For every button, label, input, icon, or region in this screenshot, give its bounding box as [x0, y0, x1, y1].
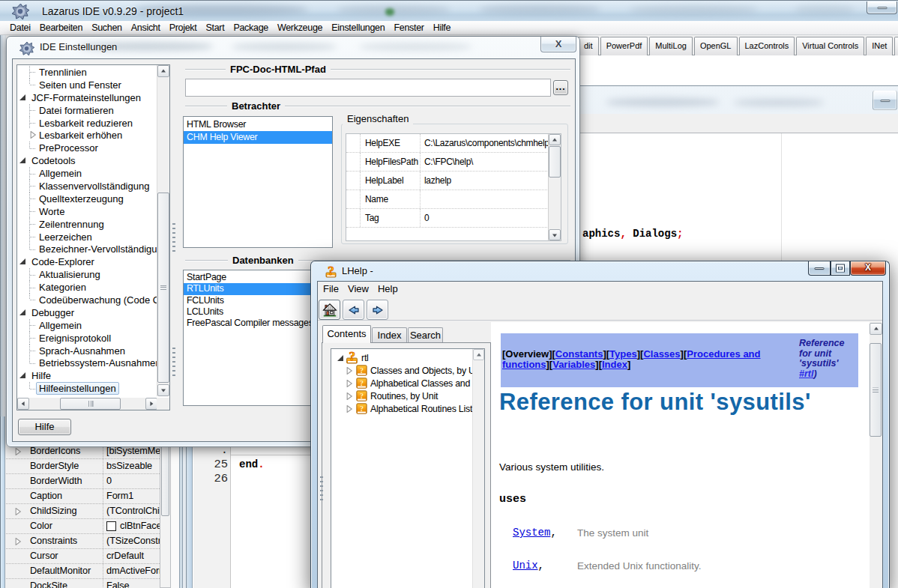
tree-item-marker[interactable]	[29, 218, 36, 231]
palette-tab[interactable]: LazControls	[739, 37, 795, 55]
tree-item[interactable]: Klassenvervollständigung	[17, 180, 158, 193]
menu-item[interactable]: Werkzeuge	[273, 21, 327, 34]
tree-scrollbar[interactable]	[472, 349, 484, 588]
tree-item[interactable]: PreProcessor	[17, 142, 158, 154]
tree-item[interactable]: ? Routines, by Unit	[331, 390, 484, 402]
property-row[interactable]: Constraints (TSizeConstra	[6, 534, 160, 549]
color-swatch[interactable]	[106, 521, 116, 531]
menu-item[interactable]: Ansicht	[127, 21, 165, 34]
tree-item-marker[interactable]	[29, 294, 36, 306]
tree-item-label[interactable]: Kategorien	[36, 281, 89, 294]
tree-item-label[interactable]: Alphabetical Routines List	[370, 404, 472, 414]
menu-item[interactable]: Help	[373, 282, 403, 297]
tree-item-marker[interactable]	[29, 129, 36, 142]
tree-item[interactable]: Seiten und Fenster	[17, 79, 158, 91]
property-value[interactable]	[421, 190, 561, 208]
tree-item-marker[interactable]	[29, 243, 36, 255]
tree-item-marker[interactable]	[29, 167, 36, 180]
main-minimize-button[interactable]	[867, 1, 897, 14]
content-scrollbar[interactable]	[870, 322, 882, 588]
tree-item[interactable]: Code-Explorer	[17, 255, 158, 268]
property-row[interactable]: Cursor crDefault	[6, 549, 160, 564]
tree-item-marker[interactable]	[29, 382, 36, 395]
tree-item-label[interactable]: Klassenvervollständigung	[36, 180, 152, 193]
tree-item[interactable]: Bezeichner-Vervollständigung	[17, 243, 158, 255]
tree-item-label[interactable]: JCF-Formateinstellungen	[28, 91, 144, 104]
lhelp-splitter[interactable]	[320, 476, 323, 500]
unit-link[interactable]: System	[513, 527, 550, 539]
property-name[interactable]: DefaultMonitor	[28, 564, 103, 578]
scroll-up-button[interactable]	[473, 349, 484, 360]
property-value[interactable]: Form1	[103, 489, 160, 503]
tree-item[interactable]: Kategorien	[17, 281, 158, 294]
tree-item-label[interactable]: Quelltexterzeugung	[36, 193, 127, 205]
tree-item-marker[interactable]	[29, 142, 36, 154]
tab-contents[interactable]: Contents	[322, 325, 371, 343]
scroll-down-button[interactable]	[549, 229, 561, 240]
tree-item[interactable]: Betriebssystem-Ausnahmen	[17, 357, 158, 369]
tree-horizontal-scrollbar[interactable]	[17, 398, 157, 410]
viewer-properties-grid[interactable]: HelpEXE C:\Lazarus\components\chmhelp He…	[346, 133, 561, 241]
palette-tab[interactable]: PowerPdf	[600, 37, 648, 55]
scroll-right-button[interactable]	[145, 398, 157, 410]
property-name[interactable]: Constraints	[28, 534, 103, 548]
tree-item-label[interactable]: Seiten und Fenster	[36, 79, 124, 91]
rtl-link[interactable]: #rtl	[799, 369, 813, 379]
scroll-down-button[interactable]	[157, 384, 169, 396]
tree-item-marker[interactable]	[29, 357, 36, 369]
tree-item-marker[interactable]	[29, 319, 36, 332]
nav-link[interactable]: Types	[609, 348, 637, 360]
tree-item-marker[interactable]	[29, 332, 36, 345]
property-value[interactable]: crDefault	[103, 549, 160, 563]
property-expander[interactable]	[6, 534, 28, 548]
tree-item[interactable]: Lesbarkeit erhöhen	[17, 129, 158, 142]
tree-item[interactable]: ? Classes and Objects, by Unit	[331, 364, 484, 377]
settings-category-tree[interactable]: Trennlinien Seiten und Fenster	[16, 64, 170, 410]
tree-item-marker[interactable]	[29, 104, 36, 117]
properties-scrollbar[interactable]	[548, 134, 561, 240]
tree-item[interactable]: Lesbarkeit reduzieren	[17, 117, 158, 130]
tree-item-label[interactable]: Lesbarkeit erhöhen	[36, 129, 125, 142]
nav-link[interactable]: Classes	[643, 348, 680, 360]
tree-item-label[interactable]: Debugger	[28, 306, 77, 319]
scrollbar-thumb[interactable]	[157, 193, 169, 383]
tree-item[interactable]: Worte	[17, 205, 158, 218]
tree-item-marker[interactable]	[29, 117, 36, 130]
tree-item-label[interactable]: Aktualisierung	[36, 268, 103, 281]
property-expander[interactable]	[6, 504, 28, 518]
menu-item[interactable]: Fenster	[389, 21, 428, 34]
property-row[interactable]: Color clBtnFace	[6, 519, 160, 534]
tree-item-marker[interactable]	[19, 255, 28, 268]
tree-item[interactable]: Allgemein	[17, 167, 158, 180]
tree-item-label[interactable]: Trennlinien	[36, 66, 90, 79]
tree-item-label[interactable]: Routines, by Unit	[370, 391, 438, 401]
tree-item-marker[interactable]	[29, 281, 36, 294]
property-name[interactable]: HelpEXE	[361, 134, 421, 152]
tree-item[interactable]: Hilfe	[17, 369, 158, 382]
property-row[interactable]: BorderStyle bsSizeable	[6, 459, 160, 474]
tree-vertical-scrollbar[interactable]	[157, 65, 169, 396]
scroll-up-button[interactable]	[870, 323, 882, 335]
property-name[interactable]: Caption	[28, 489, 103, 503]
property-name[interactable]: Tag	[361, 209, 421, 227]
scrollbar-thumb[interactable]	[870, 343, 882, 437]
browse-button[interactable]: ...	[553, 80, 568, 95]
tree-item-label[interactable]: Ereignisprotokoll	[36, 332, 114, 345]
tree-item[interactable]: Leerzeichen	[17, 231, 158, 243]
property-value[interactable]: dmActiveForm	[103, 564, 160, 578]
lhelp-close-button[interactable]: X	[850, 261, 886, 276]
property-name[interactable]: ChildSizing	[28, 504, 103, 518]
property-value[interactable]: clBtnFace	[103, 519, 160, 533]
help-button[interactable]: Hilfe	[18, 419, 71, 435]
fpc-doc-html-path-input[interactable]	[185, 79, 551, 97]
property-row[interactable]: Caption Form1	[6, 489, 160, 504]
palette-tab[interactable]: f	[894, 37, 898, 55]
forward-button[interactable]	[367, 300, 388, 320]
tree-item-marker[interactable]	[29, 180, 36, 193]
property-value[interactable]: 0	[421, 209, 561, 227]
tree-item[interactable]: Zeilentrennung	[17, 218, 158, 231]
tree-item-marker[interactable]	[29, 79, 36, 91]
tree-item[interactable]: Codeüberwachung (Code Observer)	[17, 294, 158, 306]
tree-item-marker[interactable]	[29, 193, 36, 205]
tree-item-label[interactable]: Classes and Objects, by Unit	[370, 366, 484, 376]
